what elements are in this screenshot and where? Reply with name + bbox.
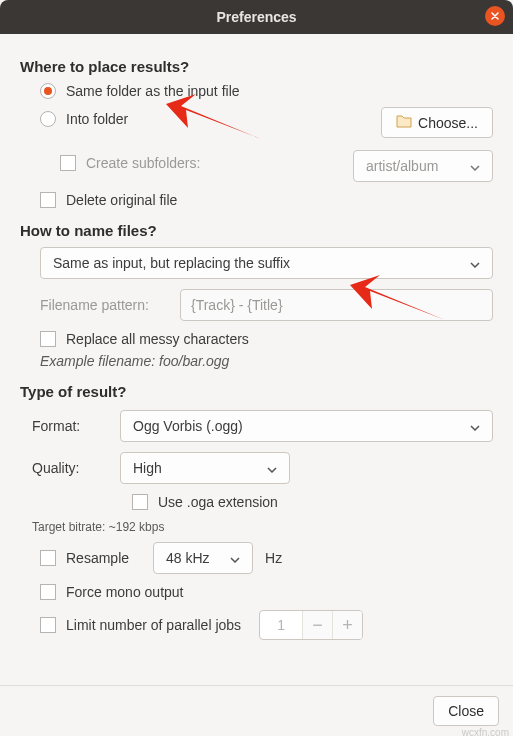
window-title: Preferences xyxy=(216,9,296,25)
check-oga-ext[interactable]: Use .oga extension xyxy=(20,494,493,510)
choose-label: Choose... xyxy=(418,115,478,131)
quality-label: Quality: xyxy=(20,460,120,476)
target-bitrate-note: Target bitrate: ~192 kbps xyxy=(20,520,493,534)
naming-mode-combo[interactable]: Same as input, but replacing the suffix xyxy=(40,247,493,279)
example-filename: Example filename: foo/bar.ogg xyxy=(20,353,493,369)
resample-value: 48 kHz xyxy=(166,550,210,566)
same-folder-label: Same folder as the input file xyxy=(66,83,240,99)
format-combo[interactable]: Ogg Vorbis (.ogg) xyxy=(120,410,493,442)
checkbox-icon xyxy=(40,331,56,347)
close-button[interactable]: Close xyxy=(433,696,499,726)
oga-ext-label: Use .oga extension xyxy=(158,494,278,510)
radio-icon xyxy=(40,83,56,99)
pattern-label: Filename pattern: xyxy=(40,297,180,313)
check-delete-original[interactable]: Delete original file xyxy=(20,192,493,208)
minus-icon[interactable]: − xyxy=(302,611,332,639)
radio-into-folder[interactable]: Into folder xyxy=(20,111,353,127)
radio-same-folder[interactable]: Same folder as the input file xyxy=(20,83,493,99)
close-icon[interactable] xyxy=(485,6,505,26)
replace-messy-label: Replace all messy characters xyxy=(66,331,249,347)
section-type-heading: Type of result? xyxy=(20,383,493,400)
pattern-placeholder: {Track} - {Title} xyxy=(191,297,283,313)
hz-label: Hz xyxy=(265,550,282,566)
naming-mode-value: Same as input, but replacing the suffix xyxy=(53,255,290,271)
checkbox-icon xyxy=(40,192,56,208)
checkbox-icon xyxy=(40,550,56,566)
check-force-mono[interactable]: Force mono output xyxy=(20,584,493,600)
close-label: Close xyxy=(448,703,484,719)
create-subfolders-label: Create subfolders: xyxy=(86,155,200,171)
chevron-down-icon xyxy=(470,255,480,271)
section-naming-heading: How to name files? xyxy=(20,222,493,239)
choose-button[interactable]: Choose... xyxy=(381,107,493,138)
delete-original-label: Delete original file xyxy=(66,192,177,208)
dialog-footer: Close xyxy=(0,685,513,736)
resample-label: Resample xyxy=(66,550,129,566)
into-folder-label: Into folder xyxy=(66,111,128,127)
checkbox-icon xyxy=(132,494,148,510)
section-place-heading: Where to place results? xyxy=(20,58,493,75)
folder-icon xyxy=(396,114,412,131)
chevron-down-icon xyxy=(470,158,480,174)
check-create-subfolders[interactable]: Create subfolders: xyxy=(20,155,353,171)
format-value: Ogg Vorbis (.ogg) xyxy=(133,418,243,434)
jobs-value: 1 xyxy=(260,611,302,639)
resample-combo[interactable]: 48 kHz xyxy=(153,542,253,574)
check-resample[interactable]: Resample xyxy=(40,550,129,566)
titlebar: Preferences xyxy=(0,0,513,34)
chevron-down-icon xyxy=(230,550,240,566)
checkbox-icon xyxy=(60,155,76,171)
window-controls xyxy=(485,6,505,26)
checkbox-icon xyxy=(40,617,56,633)
subfolder-template-combo[interactable]: artist/album xyxy=(353,150,493,182)
radio-icon xyxy=(40,111,56,127)
quality-combo[interactable]: High xyxy=(120,452,290,484)
check-limit-jobs[interactable]: Limit number of parallel jobs xyxy=(40,617,241,633)
checkbox-icon xyxy=(40,584,56,600)
watermark: wcxfn.com xyxy=(462,727,509,736)
quality-value: High xyxy=(133,460,162,476)
chevron-down-icon xyxy=(267,460,277,476)
plus-icon[interactable]: + xyxy=(332,611,362,639)
format-label: Format: xyxy=(20,418,120,434)
limit-jobs-label: Limit number of parallel jobs xyxy=(66,617,241,633)
jobs-spinner[interactable]: 1 − + xyxy=(259,610,363,640)
force-mono-label: Force mono output xyxy=(66,584,184,600)
filename-pattern-input[interactable]: {Track} - {Title} xyxy=(180,289,493,321)
check-replace-messy[interactable]: Replace all messy characters xyxy=(20,331,493,347)
chevron-down-icon xyxy=(470,418,480,434)
subfolder-template-value: artist/album xyxy=(366,158,438,174)
